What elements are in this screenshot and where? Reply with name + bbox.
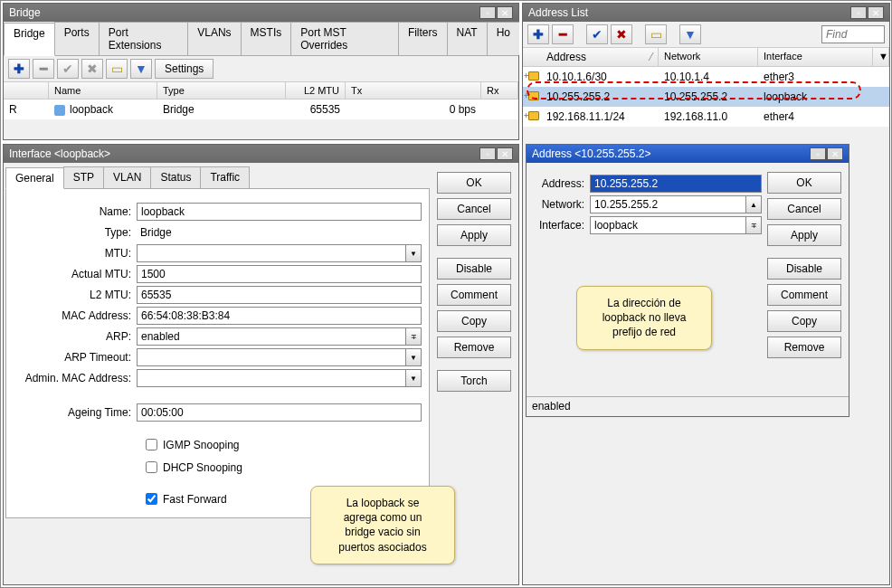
row-flag: R <box>4 101 49 118</box>
up-icon[interactable]: ▲ <box>745 195 762 213</box>
cancel-button[interactable]: Cancel <box>437 198 511 220</box>
apply-button[interactable]: Apply <box>437 224 511 246</box>
close-icon[interactable]: ✕ <box>497 6 513 19</box>
table-row[interactable]: 10.10.1.6/30 10.10.1.4 ether3 <box>523 67 889 87</box>
comment-button[interactable]: ▭ <box>645 24 667 44</box>
arp-timeout-input[interactable] <box>137 348 405 366</box>
close-icon[interactable]: ✕ <box>827 147 843 160</box>
bridge-grid-header: Name Type L2 MTU Tx Rx <box>4 82 518 100</box>
address-input[interactable] <box>590 175 762 193</box>
filter-button[interactable]: ▼ <box>130 59 152 79</box>
minimize-icon[interactable]: ▫ <box>850 6 867 19</box>
comment-button[interactable]: ▭ <box>106 59 128 79</box>
name-input[interactable] <box>137 203 422 221</box>
dropdown-icon[interactable]: ∓ <box>745 216 762 234</box>
remove-button[interactable]: Remove <box>767 337 841 358</box>
tab-port-mst[interactable]: Port MST Overrides <box>290 22 399 55</box>
addr-titlebar: Address <10.255.255.2> ▫ ✕ <box>527 145 849 163</box>
col-tx[interactable]: Tx <box>346 82 481 99</box>
torch-button[interactable]: Torch <box>437 370 511 392</box>
minimize-icon[interactable]: ▫ <box>810 147 826 160</box>
tab-ho[interactable]: Ho <box>487 22 519 55</box>
table-row-selected[interactable]: 10.255.255.2 10.255.255.2 loopback <box>523 87 889 107</box>
table-row[interactable]: R loopback Bridge 65535 0 bps <box>4 100 518 119</box>
col-network[interactable]: Network <box>659 48 758 66</box>
dropdown-icon[interactable]: ▼ <box>405 348 422 366</box>
l2mtu-input[interactable] <box>137 286 422 304</box>
table-row[interactable]: 192.168.11.1/24 192.168.11.0 ether4 <box>523 107 889 127</box>
apply-button[interactable]: Apply <box>767 224 841 246</box>
cancel-button[interactable]: Cancel <box>767 198 841 220</box>
disable-button[interactable]: ✖ <box>81 59 103 79</box>
igmp-checkbox[interactable] <box>146 439 157 450</box>
add-button[interactable]: ✚ <box>527 24 549 44</box>
col-address[interactable]: Address∕ <box>541 48 659 66</box>
col-type[interactable]: Type <box>157 82 286 99</box>
tab-nat[interactable]: NAT <box>447 22 488 55</box>
tab-bridge[interactable]: Bridge <box>4 23 55 56</box>
enable-button[interactable]: ✔ <box>586 24 608 44</box>
col-flag[interactable] <box>4 82 49 99</box>
dropdown-icon[interactable]: ▼ <box>405 369 422 387</box>
tab-filters[interactable]: Filters <box>398 22 448 55</box>
dhcp-checkbox[interactable] <box>146 461 157 473</box>
copy-button[interactable]: Copy <box>767 310 841 332</box>
arp-label: ARP: <box>10 330 137 343</box>
minimize-icon[interactable]: ▫ <box>479 6 496 19</box>
ok-button[interactable]: OK <box>767 172 841 194</box>
copy-button[interactable]: Copy <box>437 310 511 332</box>
ok-button[interactable]: OK <box>437 172 511 194</box>
network-label: Network: <box>532 198 590 211</box>
interface-input[interactable] <box>590 216 745 234</box>
row-tx: 0 bps <box>346 101 481 118</box>
fastforward-checkbox[interactable] <box>146 493 157 505</box>
comment-button[interactable]: Comment <box>767 284 841 306</box>
filter-button[interactable]: ▼ <box>679 24 701 44</box>
mac-input[interactable] <box>137 307 422 325</box>
disable-button[interactable]: Disable <box>767 258 841 280</box>
col-name[interactable]: Name <box>49 82 157 99</box>
arp-timeout-label: ARP Timeout: <box>10 351 137 364</box>
interface-tabs: General STP VLAN Status Traffic <box>5 166 430 189</box>
tab-vlan[interactable]: VLAN <box>103 166 151 188</box>
tab-port-extensions[interactable]: Port Extensions <box>99 22 189 55</box>
col-l2mtu[interactable]: L2 MTU <box>286 82 346 99</box>
enable-button[interactable]: ✔ <box>57 59 79 79</box>
minimize-icon[interactable]: ▫ <box>479 147 496 160</box>
col-interface[interactable]: Interface <box>758 48 873 66</box>
arp-input[interactable] <box>137 327 405 346</box>
tab-stp[interactable]: STP <box>63 166 104 188</box>
callout-loopback-bridge: La loopback se agrega como un bridge vac… <box>310 486 455 564</box>
dropdown-icon[interactable]: ▼ <box>405 244 422 262</box>
network-input[interactable] <box>590 195 745 213</box>
tab-ports[interactable]: Ports <box>54 22 100 55</box>
settings-button[interactable]: Settings <box>155 59 214 79</box>
comment-button[interactable]: Comment <box>437 284 511 306</box>
close-icon[interactable]: ✕ <box>497 147 513 160</box>
mtu-input[interactable] <box>137 244 405 262</box>
tab-traffic[interactable]: Traffic <box>200 166 250 188</box>
address-edit-window: Address <10.255.255.2> ▫ ✕ Address: Netw… <box>526 144 849 417</box>
remove-button[interactable]: Remove <box>437 337 511 358</box>
actual-mtu-input[interactable] <box>137 265 422 283</box>
disable-button[interactable]: Disable <box>437 258 511 280</box>
find-input[interactable] <box>821 25 885 43</box>
add-button[interactable]: ✚ <box>8 59 30 79</box>
tab-mstis[interactable]: MSTIs <box>241 22 292 55</box>
remove-button[interactable]: ━ <box>552 24 574 44</box>
disable-button[interactable]: ✖ <box>611 24 632 44</box>
tab-vlans[interactable]: VLANs <box>187 22 241 55</box>
col-more[interactable]: ▼ <box>873 48 889 66</box>
dropdown-icon[interactable]: ∓ <box>405 327 422 346</box>
close-icon[interactable]: ✕ <box>868 6 884 19</box>
tab-general[interactable]: General <box>5 167 64 189</box>
remove-button[interactable]: ━ <box>33 59 54 79</box>
admin-mac-input[interactable] <box>137 369 405 387</box>
col-rx[interactable]: Rx <box>481 82 518 99</box>
row-name: loopback <box>49 101 157 118</box>
tab-status[interactable]: Status <box>150 166 201 188</box>
address-label: Address: <box>532 177 590 190</box>
ageing-input[interactable] <box>137 403 422 422</box>
l2mtu-label: L2 MTU: <box>10 289 137 301</box>
actual-mtu-label: Actual MTU: <box>10 268 137 280</box>
